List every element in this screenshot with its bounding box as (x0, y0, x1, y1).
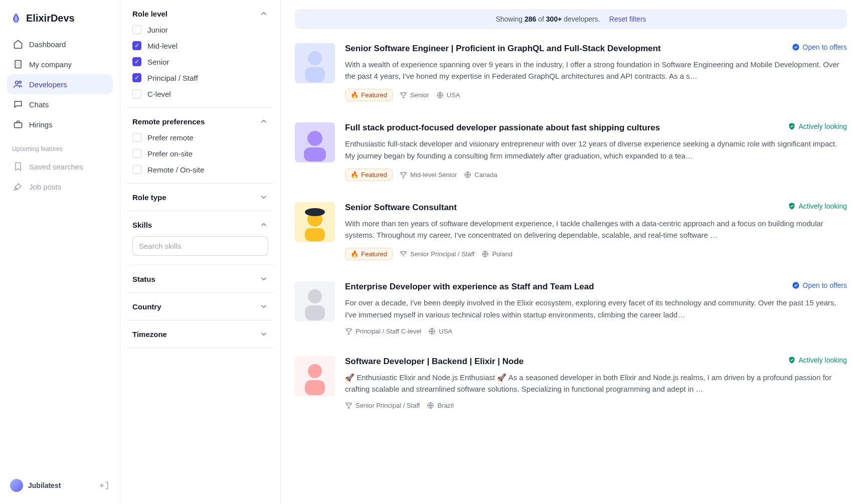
check-label: C-level (147, 90, 171, 98)
filter-header-remote[interactable]: Remote preferences (132, 117, 268, 126)
filter-skills: Skills (127, 211, 273, 265)
check-label: Prefer remote (147, 133, 194, 142)
checkbox (132, 133, 141, 142)
check-label: Prefer on-site (147, 149, 193, 158)
svg-point-5 (308, 51, 322, 65)
filter-title: Remote preferences (132, 117, 205, 126)
filter-timezone: Timezone (127, 320, 273, 348)
chevron-down-icon (259, 274, 268, 283)
avatar (295, 43, 335, 83)
flame-icon: 🔥 (351, 250, 359, 258)
card-title: Senior Software Consultant (345, 202, 457, 214)
trophy-icon (400, 91, 407, 99)
check-label: Senior (147, 58, 169, 66)
level-tag: Mid-level Senior (400, 171, 457, 179)
results-bar: Showing 286 of 300+ developers. Reset fi… (295, 9, 847, 29)
svg-point-7 (792, 44, 799, 50)
shield-icon (788, 202, 796, 210)
level-tag: Senior (400, 91, 429, 99)
nav-hirings[interactable]: Hirings (7, 114, 113, 134)
filter-title: Timezone (132, 330, 167, 339)
filter-header-role-type[interactable]: Role type (132, 193, 268, 202)
filter-remote: Remote preferences Prefer remote Prefer … (127, 108, 273, 184)
developer-card[interactable]: Senior Software Consultant Actively look… (295, 202, 847, 281)
developer-card[interactable]: Enterprise Developer with experience as … (295, 281, 847, 356)
check-mid[interactable]: Mid-level (132, 41, 268, 50)
bookmark-icon (13, 161, 23, 172)
filter-header-role-level[interactable]: Role level (132, 9, 268, 18)
filter-status: Status (127, 265, 273, 293)
nav-company[interactable]: My company (7, 54, 113, 74)
card-title: Senior Software Engineer | Proficient in… (345, 43, 661, 55)
status-active: Actively looking (788, 122, 847, 130)
check-either[interactable]: Remote / On-site (132, 165, 268, 174)
nav-saved-searches[interactable]: Saved searches (7, 156, 113, 177)
home-icon (13, 39, 23, 49)
sidebar: ElixirDevs Dashboard My company Develope… (0, 0, 120, 504)
svg-point-21 (792, 282, 799, 289)
check-prefer-remote[interactable]: Prefer remote (132, 133, 268, 142)
developer-card[interactable]: Software Developer | Backend | Elixir | … (295, 356, 847, 430)
filter-header-skills[interactable]: Skills (132, 220, 268, 229)
country-tag: Poland (481, 250, 512, 258)
chevron-down-icon (259, 302, 268, 311)
checkbox (132, 25, 141, 34)
level-tag: Senior Principal / Staff (400, 250, 474, 258)
filter-country: Country (127, 293, 273, 320)
building-icon (13, 59, 23, 69)
chevron-up-icon (259, 117, 268, 126)
card-desc: With more than ten years of software dev… (345, 218, 847, 241)
nav-label: Hirings (29, 120, 53, 129)
avatar (295, 356, 335, 396)
featured-tag: 🔥Featured (345, 89, 393, 101)
search-skills-input[interactable] (132, 236, 268, 256)
card-desc: With a wealth of experience spanning ove… (345, 59, 847, 82)
developer-card[interactable]: Senior Software Engineer | Proficient in… (295, 43, 847, 122)
card-desc: For over a decade, I've been deeply invo… (345, 297, 847, 320)
main-content: Showing 286 of 300+ developers. Reset fi… (281, 0, 861, 504)
check-clevel[interactable]: C-level (132, 89, 268, 98)
svg-point-2 (19, 81, 21, 83)
nav-label: Dashboard (29, 40, 66, 49)
nav-label: My company (29, 60, 72, 69)
svg-point-24 (308, 364, 322, 378)
nav-label: Job posts (29, 183, 61, 191)
check-prefer-onsite[interactable]: Prefer on-site (132, 149, 268, 158)
nav-developers[interactable]: Developers (7, 74, 113, 94)
nav-label: Chats (29, 100, 49, 109)
logo-icon (10, 12, 22, 24)
svg-rect-20 (305, 305, 325, 320)
shield-icon (788, 356, 796, 364)
filter-header-status[interactable]: Status (132, 274, 268, 283)
trophy-icon (400, 171, 407, 179)
developer-card[interactable]: Full stack product-focused developer pas… (295, 122, 847, 202)
svg-rect-0 (15, 61, 21, 68)
filters-panel: Role level Junior Mid-level Senior Princ… (120, 0, 281, 504)
filter-role-level: Role level Junior Mid-level Senior Princ… (127, 0, 273, 108)
card-title: Enterprise Developer with experience as … (345, 281, 594, 293)
nav-chats[interactable]: Chats (7, 94, 113, 114)
results-text: Showing 286 of 300+ developers. (495, 15, 600, 23)
svg-point-1 (16, 81, 19, 84)
logout-icon[interactable] (100, 480, 110, 490)
nav-job-posts[interactable]: Job posts (7, 177, 113, 197)
user-avatar[interactable] (10, 479, 23, 492)
shield-icon (788, 122, 796, 130)
featured-tag: 🔥Featured (345, 169, 393, 181)
check-principal[interactable]: Principal / Staff (132, 73, 268, 82)
globe-icon (464, 171, 471, 179)
check-junior[interactable]: Junior (132, 25, 268, 34)
svg-rect-11 (304, 147, 326, 161)
filter-title: Skills (132, 221, 152, 229)
avatar (295, 281, 335, 321)
check-senior[interactable]: Senior (132, 57, 268, 66)
level-tag: Principal / Staff C-level (345, 327, 421, 335)
filter-header-country[interactable]: Country (132, 302, 268, 311)
globe-icon (481, 250, 489, 258)
nav-dashboard[interactable]: Dashboard (7, 34, 113, 54)
brand[interactable]: ElixirDevs (7, 7, 113, 34)
filter-header-timezone[interactable]: Timezone (132, 329, 268, 339)
rocket-icon (13, 182, 23, 192)
svg-rect-6 (305, 67, 325, 82)
reset-filters-link[interactable]: Reset filters (609, 15, 646, 23)
